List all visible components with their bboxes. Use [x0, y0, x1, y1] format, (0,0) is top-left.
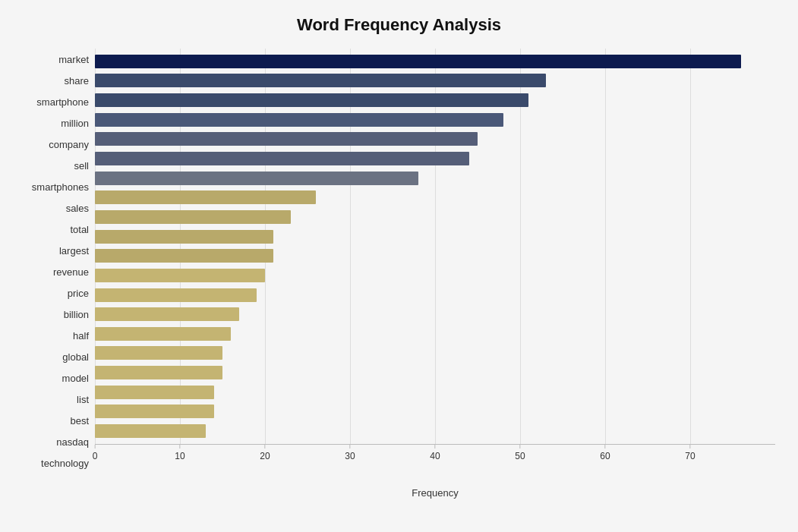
y-label-total: total [70, 221, 89, 238]
bar-list [95, 366, 222, 379]
bar-row [95, 53, 775, 70]
bar-row [95, 150, 775, 167]
y-label-smartphones: smartphones [32, 178, 89, 195]
bar-smartphone [95, 93, 528, 107]
bar-row [95, 170, 775, 187]
bar-row [95, 72, 775, 89]
x-tick: 40 [430, 445, 440, 461]
bar-nasdaq [95, 405, 214, 418]
x-tick: 0 [93, 445, 98, 461]
chart-container: Word Frequency Analysis marketsharesmart… [0, 0, 798, 532]
x-axis-title: Frequency [95, 487, 775, 499]
bars-and-x: Frequency 010203040506070 [95, 49, 775, 474]
bar-row [95, 112, 775, 128]
bar-row [95, 189, 775, 206]
bar-billion [95, 288, 257, 302]
chart-title: Word Frequency Analysis [23, 15, 775, 35]
x-tick: 70 [685, 445, 695, 461]
bar-row [95, 131, 775, 147]
bar-million [95, 113, 503, 127]
bar-row [95, 209, 775, 225]
bar-row [95, 326, 775, 342]
y-label-sell: sell [74, 157, 89, 174]
bar-row [95, 228, 775, 245]
x-tick-label: 40 [430, 451, 440, 461]
x-tick-line [349, 445, 350, 449]
x-tick-label: 70 [685, 451, 695, 461]
y-label-revenue: revenue [53, 263, 89, 280]
x-tick-line [519, 445, 520, 449]
x-tick-label: 20 [260, 451, 270, 461]
y-label-million: million [61, 115, 89, 131]
x-tick: 60 [600, 445, 610, 461]
bar-row [95, 423, 775, 439]
y-labels: marketsharesmartphonemillioncompanysells… [23, 49, 95, 474]
bar-smartphones [95, 172, 418, 185]
bar-largest [95, 230, 273, 244]
y-label-smartphone: smartphone [36, 93, 89, 110]
y-label-sales: sales [66, 200, 89, 216]
x-tick: 30 [345, 445, 355, 461]
bar-technology [95, 424, 206, 438]
y-label-model: model [62, 370, 89, 387]
y-label-company: company [49, 136, 89, 153]
x-tick: 10 [175, 445, 185, 461]
bar-sell [95, 152, 469, 165]
bar-row [95, 92, 775, 109]
x-tick-line [179, 445, 180, 449]
x-tick-line [689, 445, 690, 449]
bar-share [95, 74, 546, 87]
chart-area: marketsharesmartphonemillioncompanysells… [23, 49, 775, 474]
x-tick-line [434, 445, 435, 449]
y-label-list: list [77, 392, 89, 408]
bar-row [95, 403, 775, 420]
x-tick-line [264, 445, 265, 449]
bars-inner [95, 49, 775, 444]
bar-model [95, 346, 222, 360]
bars-section [95, 49, 775, 444]
bar-total [95, 210, 291, 224]
y-label-billion: billion [64, 307, 89, 323]
x-tick-label: 60 [600, 451, 610, 461]
x-tick-label: 0 [93, 451, 98, 461]
bar-row [95, 345, 775, 361]
bar-row [95, 384, 775, 401]
y-label-market: market [58, 51, 89, 68]
bar-sales [95, 190, 316, 204]
bar-company [95, 132, 478, 146]
bar-row [95, 287, 775, 304]
y-label-global: global [62, 349, 89, 366]
x-tick: 50 [515, 445, 525, 461]
x-tick-line [95, 445, 96, 449]
bar-row [95, 267, 775, 284]
bar-global [95, 327, 231, 341]
bar-row [95, 364, 775, 381]
x-axis: Frequency 010203040506070 [95, 444, 775, 474]
bar-row [95, 247, 775, 264]
y-label-technology: technology [41, 455, 89, 472]
x-tick-label: 30 [345, 451, 355, 461]
x-tick-label: 50 [515, 451, 525, 461]
bar-best [95, 386, 214, 399]
bar-market [95, 55, 741, 68]
y-label-best: best [70, 413, 89, 430]
bar-row [95, 306, 775, 323]
y-label-nasdaq: nasdaq [56, 434, 89, 451]
y-label-largest: largest [59, 242, 89, 259]
x-tick: 20 [260, 445, 270, 461]
bar-price [95, 269, 265, 282]
y-label-share: share [64, 72, 89, 89]
x-tick-label: 10 [175, 451, 185, 461]
bar-half [95, 307, 239, 321]
y-label-half: half [73, 328, 89, 345]
bar-revenue [95, 249, 273, 263]
x-tick-line [604, 445, 605, 449]
y-label-price: price [68, 285, 89, 302]
